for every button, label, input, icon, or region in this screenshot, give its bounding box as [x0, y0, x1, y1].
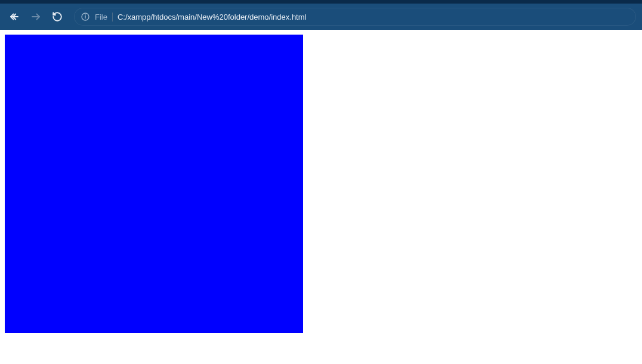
- url-scheme-label: File: [95, 13, 113, 21]
- reload-button[interactable]: [49, 8, 66, 25]
- svg-point-5: [85, 15, 86, 16]
- forward-button[interactable]: [27, 8, 44, 25]
- url-text: C:/xampp/htdocs/main/New%20folder/demo/i…: [118, 13, 306, 21]
- browser-toolbar: File C:/xampp/htdocs/main/New%20folder/d…: [0, 4, 642, 30]
- blue-square: [5, 35, 303, 333]
- page-content: [0, 30, 642, 338]
- back-button[interactable]: [6, 8, 23, 25]
- site-info-icon[interactable]: [81, 12, 90, 21]
- address-bar[interactable]: File C:/xampp/htdocs/main/New%20folder/d…: [74, 8, 636, 26]
